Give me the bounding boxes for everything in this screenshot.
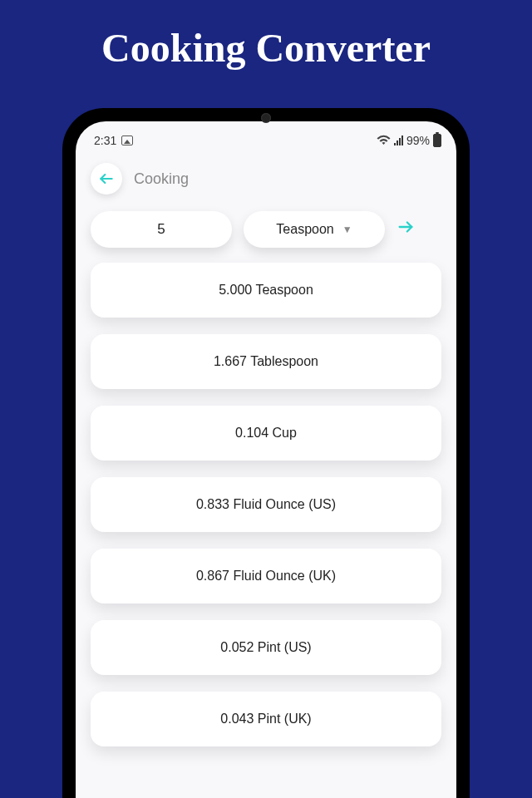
convert-button[interactable] <box>397 218 415 241</box>
result-text: 0.833 Fluid Ounce (US) <box>196 497 336 512</box>
input-row: 5 Teaspoon ▼ <box>76 201 456 254</box>
value-input-text: 5 <box>157 221 165 238</box>
result-text: 0.043 Pint (UK) <box>220 712 311 727</box>
value-input[interactable]: 5 <box>91 211 232 248</box>
signal-icon <box>394 135 403 145</box>
result-item: 0.867 Fluid Ounce (UK) <box>91 549 441 603</box>
result-item: 5.000 Teaspoon <box>91 263 441 318</box>
result-text: 5.000 Teaspoon <box>219 283 313 298</box>
status-bar: 2:31 99% <box>76 126 456 155</box>
chevron-down-icon: ▼ <box>342 224 352 235</box>
status-time: 2:31 <box>94 134 116 147</box>
phone-mockup: 2:31 99% Co <box>62 108 470 798</box>
result-item: 0.043 Pint (UK) <box>91 692 441 746</box>
result-item: 0.833 Fluid Ounce (US) <box>91 477 441 532</box>
unit-select-label: Teaspoon <box>276 222 333 237</box>
page-title: Cooking Converter <box>0 0 532 71</box>
result-item: 0.104 Cup <box>91 406 441 461</box>
front-camera <box>261 113 271 123</box>
screen-title: Cooking <box>134 170 189 188</box>
result-text: 0.052 Pint (US) <box>220 640 311 655</box>
battery-pct: 99% <box>406 134 430 147</box>
result-text: 0.104 Cup <box>235 426 297 441</box>
result-text: 0.867 Fluid Ounce (UK) <box>196 569 336 584</box>
image-icon <box>121 135 133 145</box>
battery-icon <box>433 134 441 147</box>
result-item: 0.052 Pint (US) <box>91 620 441 675</box>
unit-select[interactable]: Teaspoon ▼ <box>244 211 385 248</box>
results-list: 5.000 Teaspoon 1.667 Tablespoon 0.104 Cu… <box>76 254 456 746</box>
result-item: 1.667 Tablespoon <box>91 334 441 389</box>
result-text: 1.667 Tablespoon <box>214 354 318 369</box>
wifi-icon <box>377 134 391 148</box>
back-button[interactable] <box>91 163 122 195</box>
app-header: Cooking <box>76 155 456 201</box>
